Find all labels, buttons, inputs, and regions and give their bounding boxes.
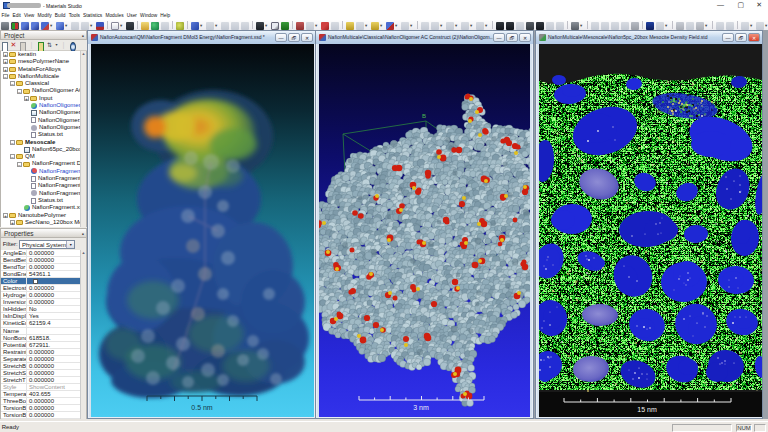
svg-text:15 nm: 15 nm [637, 406, 657, 413]
svg-text:3 nm: 3 nm [413, 404, 429, 411]
svg-text:B: B [422, 113, 426, 119]
svg-text:0.5 nm: 0.5 nm [191, 404, 213, 411]
